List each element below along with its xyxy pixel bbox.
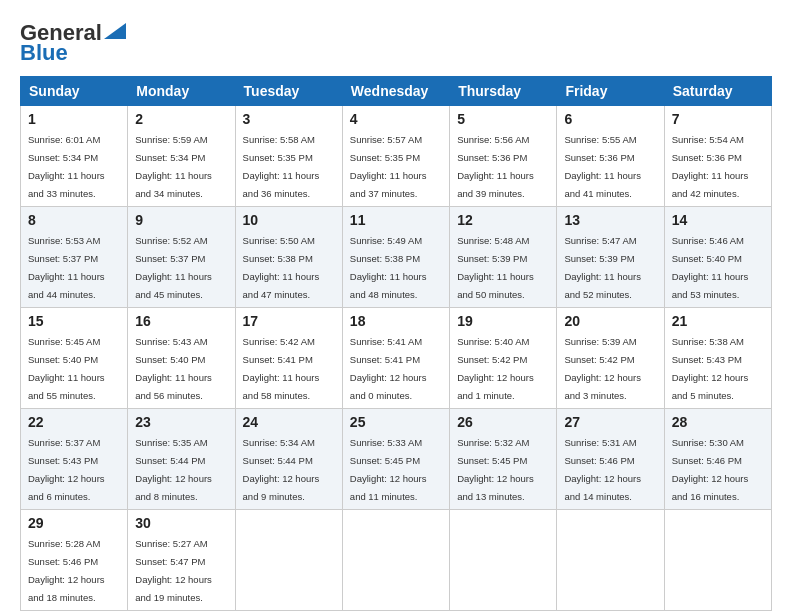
calendar-day-1: 1Sunrise: 6:01 AM Sunset: 5:34 PM Daylig…: [21, 106, 128, 207]
day-number: 3: [243, 111, 335, 127]
day-info: Sunrise: 5:45 AM Sunset: 5:40 PM Dayligh…: [28, 336, 105, 401]
calendar-week-3: 15Sunrise: 5:45 AM Sunset: 5:40 PM Dayli…: [21, 308, 772, 409]
day-info: Sunrise: 5:27 AM Sunset: 5:47 PM Dayligh…: [135, 538, 212, 603]
day-number: 22: [28, 414, 120, 430]
day-info: Sunrise: 5:38 AM Sunset: 5:43 PM Dayligh…: [672, 336, 749, 401]
day-info: Sunrise: 5:34 AM Sunset: 5:44 PM Dayligh…: [243, 437, 320, 502]
day-info: Sunrise: 5:35 AM Sunset: 5:44 PM Dayligh…: [135, 437, 212, 502]
day-number: 12: [457, 212, 549, 228]
calendar-day-15: 15Sunrise: 5:45 AM Sunset: 5:40 PM Dayli…: [21, 308, 128, 409]
day-number: 26: [457, 414, 549, 430]
day-number: 21: [672, 313, 764, 329]
calendar-day-17: 17Sunrise: 5:42 AM Sunset: 5:41 PM Dayli…: [235, 308, 342, 409]
day-number: 28: [672, 414, 764, 430]
day-number: 15: [28, 313, 120, 329]
logo-icon: [104, 23, 126, 39]
day-info: Sunrise: 5:31 AM Sunset: 5:46 PM Dayligh…: [564, 437, 641, 502]
calendar-day-27: 27Sunrise: 5:31 AM Sunset: 5:46 PM Dayli…: [557, 409, 664, 510]
day-number: 10: [243, 212, 335, 228]
day-number: 16: [135, 313, 227, 329]
day-number: 25: [350, 414, 442, 430]
day-info: Sunrise: 5:46 AM Sunset: 5:40 PM Dayligh…: [672, 235, 749, 300]
day-number: 27: [564, 414, 656, 430]
day-info: Sunrise: 5:43 AM Sunset: 5:40 PM Dayligh…: [135, 336, 212, 401]
day-number: 20: [564, 313, 656, 329]
col-header-wednesday: Wednesday: [342, 77, 449, 106]
col-header-saturday: Saturday: [664, 77, 771, 106]
day-info: Sunrise: 5:58 AM Sunset: 5:35 PM Dayligh…: [243, 134, 320, 199]
calendar-day-29: 29Sunrise: 5:28 AM Sunset: 5:46 PM Dayli…: [21, 510, 128, 611]
day-info: Sunrise: 5:30 AM Sunset: 5:46 PM Dayligh…: [672, 437, 749, 502]
day-info: Sunrise: 5:56 AM Sunset: 5:36 PM Dayligh…: [457, 134, 534, 199]
calendar-day-12: 12Sunrise: 5:48 AM Sunset: 5:39 PM Dayli…: [450, 207, 557, 308]
calendar-day-22: 22Sunrise: 5:37 AM Sunset: 5:43 PM Dayli…: [21, 409, 128, 510]
day-number: 7: [672, 111, 764, 127]
col-header-friday: Friday: [557, 77, 664, 106]
day-info: Sunrise: 5:33 AM Sunset: 5:45 PM Dayligh…: [350, 437, 427, 502]
day-number: 1: [28, 111, 120, 127]
day-info: Sunrise: 5:59 AM Sunset: 5:34 PM Dayligh…: [135, 134, 212, 199]
empty-cell: [450, 510, 557, 611]
empty-cell: [235, 510, 342, 611]
day-info: Sunrise: 5:41 AM Sunset: 5:41 PM Dayligh…: [350, 336, 427, 401]
day-number: 24: [243, 414, 335, 430]
calendar-day-6: 6Sunrise: 5:55 AM Sunset: 5:36 PM Daylig…: [557, 106, 664, 207]
day-number: 23: [135, 414, 227, 430]
day-info: Sunrise: 5:37 AM Sunset: 5:43 PM Dayligh…: [28, 437, 105, 502]
col-header-thursday: Thursday: [450, 77, 557, 106]
calendar-day-13: 13Sunrise: 5:47 AM Sunset: 5:39 PM Dayli…: [557, 207, 664, 308]
day-number: 11: [350, 212, 442, 228]
day-number: 13: [564, 212, 656, 228]
day-number: 18: [350, 313, 442, 329]
calendar-day-11: 11Sunrise: 5:49 AM Sunset: 5:38 PM Dayli…: [342, 207, 449, 308]
calendar-day-9: 9Sunrise: 5:52 AM Sunset: 5:37 PM Daylig…: [128, 207, 235, 308]
day-number: 14: [672, 212, 764, 228]
day-number: 4: [350, 111, 442, 127]
col-header-monday: Monday: [128, 77, 235, 106]
svg-marker-0: [104, 23, 126, 39]
day-number: 6: [564, 111, 656, 127]
day-info: Sunrise: 5:40 AM Sunset: 5:42 PM Dayligh…: [457, 336, 534, 401]
calendar-day-18: 18Sunrise: 5:41 AM Sunset: 5:41 PM Dayli…: [342, 308, 449, 409]
day-info: Sunrise: 5:32 AM Sunset: 5:45 PM Dayligh…: [457, 437, 534, 502]
calendar-day-7: 7Sunrise: 5:54 AM Sunset: 5:36 PM Daylig…: [664, 106, 771, 207]
day-info: Sunrise: 5:49 AM Sunset: 5:38 PM Dayligh…: [350, 235, 427, 300]
day-number: 17: [243, 313, 335, 329]
logo-blue: Blue: [20, 40, 68, 66]
calendar-day-28: 28Sunrise: 5:30 AM Sunset: 5:46 PM Dayli…: [664, 409, 771, 510]
empty-cell: [664, 510, 771, 611]
day-number: 9: [135, 212, 227, 228]
calendar-day-23: 23Sunrise: 5:35 AM Sunset: 5:44 PM Dayli…: [128, 409, 235, 510]
calendar-day-8: 8Sunrise: 5:53 AM Sunset: 5:37 PM Daylig…: [21, 207, 128, 308]
calendar-day-10: 10Sunrise: 5:50 AM Sunset: 5:38 PM Dayli…: [235, 207, 342, 308]
calendar-day-25: 25Sunrise: 5:33 AM Sunset: 5:45 PM Dayli…: [342, 409, 449, 510]
calendar-day-14: 14Sunrise: 5:46 AM Sunset: 5:40 PM Dayli…: [664, 207, 771, 308]
day-number: 19: [457, 313, 549, 329]
empty-cell: [342, 510, 449, 611]
calendar-day-19: 19Sunrise: 5:40 AM Sunset: 5:42 PM Dayli…: [450, 308, 557, 409]
day-number: 5: [457, 111, 549, 127]
day-number: 30: [135, 515, 227, 531]
day-info: Sunrise: 5:47 AM Sunset: 5:39 PM Dayligh…: [564, 235, 641, 300]
calendar-table: SundayMondayTuesdayWednesdayThursdayFrid…: [20, 76, 772, 611]
calendar-day-2: 2Sunrise: 5:59 AM Sunset: 5:34 PM Daylig…: [128, 106, 235, 207]
col-header-tuesday: Tuesday: [235, 77, 342, 106]
col-header-sunday: Sunday: [21, 77, 128, 106]
day-info: Sunrise: 5:57 AM Sunset: 5:35 PM Dayligh…: [350, 134, 427, 199]
day-info: Sunrise: 5:53 AM Sunset: 5:37 PM Dayligh…: [28, 235, 105, 300]
day-info: Sunrise: 5:39 AM Sunset: 5:42 PM Dayligh…: [564, 336, 641, 401]
calendar-day-3: 3Sunrise: 5:58 AM Sunset: 5:35 PM Daylig…: [235, 106, 342, 207]
day-info: Sunrise: 5:54 AM Sunset: 5:36 PM Dayligh…: [672, 134, 749, 199]
calendar-week-2: 8Sunrise: 5:53 AM Sunset: 5:37 PM Daylig…: [21, 207, 772, 308]
empty-cell: [557, 510, 664, 611]
calendar-day-30: 30Sunrise: 5:27 AM Sunset: 5:47 PM Dayli…: [128, 510, 235, 611]
logo: General Blue: [20, 20, 126, 66]
calendar-week-5: 29Sunrise: 5:28 AM Sunset: 5:46 PM Dayli…: [21, 510, 772, 611]
day-info: Sunrise: 5:28 AM Sunset: 5:46 PM Dayligh…: [28, 538, 105, 603]
day-info: Sunrise: 5:42 AM Sunset: 5:41 PM Dayligh…: [243, 336, 320, 401]
calendar-day-26: 26Sunrise: 5:32 AM Sunset: 5:45 PM Dayli…: [450, 409, 557, 510]
calendar-day-20: 20Sunrise: 5:39 AM Sunset: 5:42 PM Dayli…: [557, 308, 664, 409]
calendar-day-5: 5Sunrise: 5:56 AM Sunset: 5:36 PM Daylig…: [450, 106, 557, 207]
day-info: Sunrise: 5:50 AM Sunset: 5:38 PM Dayligh…: [243, 235, 320, 300]
calendar-week-1: 1Sunrise: 6:01 AM Sunset: 5:34 PM Daylig…: [21, 106, 772, 207]
